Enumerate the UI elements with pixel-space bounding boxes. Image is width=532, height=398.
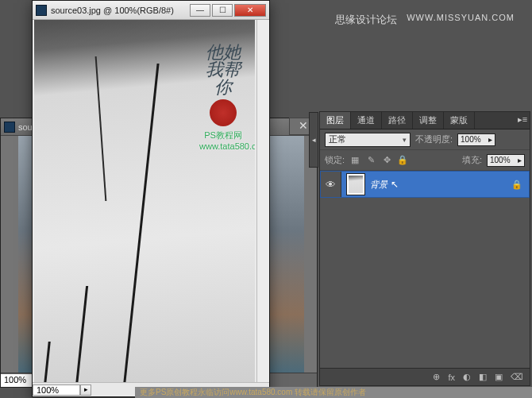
doc-title: source03.jpg @ 100%(RGB/8#) [51, 6, 190, 15]
layer-name[interactable]: 背景 [370, 179, 387, 191]
panel-footer: ⊕ fx ◐ ◧ ▣ ⌫ [320, 368, 530, 385]
lock-transparent-icon[interactable]: ▦ [349, 155, 360, 165]
panel-collapse-handle[interactable]: ◂ [309, 112, 318, 168]
fx-icon[interactable]: fx [448, 373, 455, 382]
tab-paths[interactable]: 路径 [382, 112, 413, 129]
crack-line [123, 64, 160, 382]
lock-row: 锁定: ▦ ✎ ✥ 🔒 填充: 100%▸ [320, 150, 530, 171]
wm-url: www.tata580.com [199, 141, 247, 151]
zoom-flyout-icon[interactable]: ▸ [80, 384, 91, 396]
wm-line: 他她 [199, 44, 247, 61]
lock-position-icon[interactable]: ✥ [381, 155, 392, 165]
tab-masks[interactable]: 蒙版 [444, 112, 475, 129]
watermark: 他她 我帮 你 PS教程网 www.tata580.com [199, 44, 247, 151]
opacity-value: 100% [461, 135, 481, 144]
image-content: 他她 我帮 你 PS教程网 www.tata580.com [34, 20, 255, 382]
tab-adjustments[interactable]: 调整 [413, 112, 444, 129]
doc-titlebar[interactable]: source03.jpg @ 100%(RGB/8#) — ☐ ✕ [33, 1, 269, 20]
layer-row[interactable]: 👁 背景 ↖ 🔒 [320, 171, 530, 198]
cursor-icon: ↖ [391, 179, 399, 190]
visibility-toggle[interactable]: 👁 [321, 172, 341, 197]
crack-line [95, 56, 107, 201]
blend-mode-select[interactable]: 正常 ▾ [325, 133, 411, 147]
chevron-right-icon: ▸ [518, 156, 522, 164]
minimize-button[interactable]: — [190, 4, 210, 17]
lock-label: 锁定: [325, 154, 345, 166]
blend-row: 正常 ▾ 不透明度: 100%▸ [320, 129, 530, 150]
zoom-input[interactable]: 100% [33, 384, 80, 396]
brand-url: WWW.MISSYUAN.COM [407, 13, 515, 27]
layers-panel: ◂ 图层 通道 路径 调整 蒙版 ▸≡ 正常 ▾ 不透明度: 100%▸ 锁定:… [319, 111, 530, 386]
vertical-scrollbar[interactable] [256, 20, 269, 382]
panel-menu-icon[interactable]: ▸≡ [515, 112, 530, 129]
layer-thumbnail[interactable] [346, 173, 365, 195]
opacity-label: 不透明度: [415, 133, 453, 145]
opacity-input[interactable]: 100%▸ [457, 133, 495, 146]
ps-icon [4, 122, 15, 133]
document-window: source03.jpg @ 100%(RGB/8#) — ☐ ✕ 他她 我帮 … [32, 0, 270, 397]
lock-icon-group: ▦ ✎ ✥ 🔒 [349, 155, 408, 165]
fill-label: 填充: [462, 154, 482, 166]
tab-channels[interactable]: 通道 [351, 112, 382, 129]
lock-icon: 🔒 [511, 180, 522, 190]
chevron-down-icon: ▾ [403, 136, 407, 144]
link-layers-icon[interactable]: ⊕ [433, 372, 440, 382]
fill-input[interactable]: 100%▸ [487, 154, 525, 167]
chevron-right-icon: ▸ [488, 135, 492, 144]
ps-icon [36, 5, 47, 16]
wm-line: 我帮 [199, 61, 247, 79]
close-button[interactable]: ✕ [234, 4, 266, 17]
bottom-caption: 更多PS原创教程永临访问www.tata580.com 转载请保留原创作者 [135, 387, 532, 398]
delete-icon[interactable]: ⌫ [511, 372, 523, 382]
lock-pixels-icon[interactable]: ✎ [365, 155, 376, 165]
seal-icon [210, 99, 237, 126]
panel-tabs: 图层 通道 路径 调整 蒙版 ▸≡ [320, 112, 530, 129]
lock-all-icon[interactable]: 🔒 [397, 155, 408, 165]
layer-list: 👁 背景 ↖ 🔒 [320, 171, 530, 198]
new-layer-icon[interactable]: ▣ [495, 372, 503, 382]
maximize-button[interactable]: ☐ [212, 4, 233, 17]
doc-canvas[interactable]: 他她 我帮 你 PS教程网 www.tata580.com [34, 20, 255, 382]
fill-value: 100% [490, 156, 511, 164]
blend-mode-value: 正常 [329, 133, 346, 145]
wm-site: PS教程网 [199, 129, 247, 141]
adjustment-icon[interactable]: ◧ [479, 372, 487, 382]
wm-line: 你 [199, 79, 247, 96]
mask-icon[interactable]: ◐ [463, 372, 471, 382]
tab-layers[interactable]: 图层 [320, 112, 351, 129]
brand-name: 思缘设计论坛 [335, 13, 397, 27]
